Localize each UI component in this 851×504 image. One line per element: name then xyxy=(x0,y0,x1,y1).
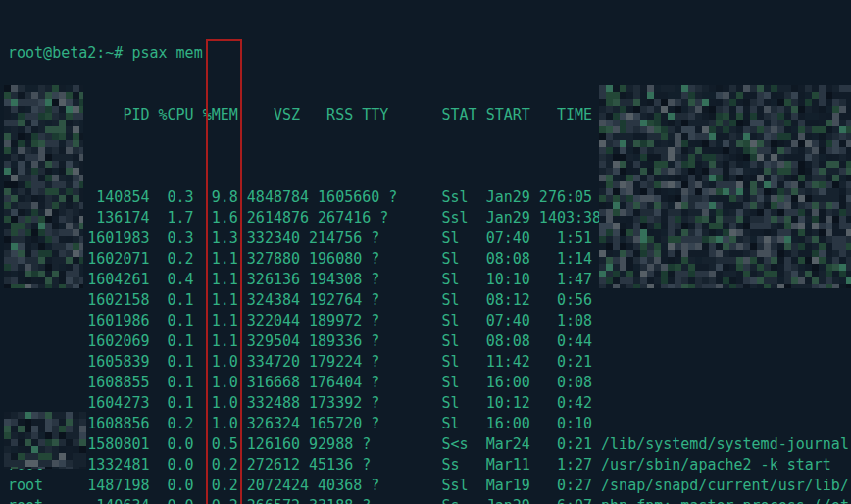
process-row: 1608855 0.1 1.0 316668 176404 ? Sl 16:00… xyxy=(8,373,849,393)
redaction-mosaic-users-top xyxy=(4,85,83,288)
redaction-mosaic-commands xyxy=(599,85,851,288)
redaction-mosaic-users-bottom xyxy=(4,412,86,469)
process-row: root 140634 0.0 0.2 266572 33188 ? Ss Ja… xyxy=(8,496,849,504)
process-row: 1602069 0.1 1.1 329504 189336 ? Sl 08:08… xyxy=(8,331,849,352)
prompt-line: root@beta2:~# psax mem xyxy=(8,43,849,64)
terminal-screen[interactable]: root@beta2:~# psax mem USER PID %CPU %ME… xyxy=(0,0,851,504)
process-row: 1604273 0.1 1.0 332488 173392 ? Sl 10:12… xyxy=(8,393,849,414)
terminal-window: { "terminal": { "prompt": "root@beta2:~#… xyxy=(0,0,851,504)
process-row: root 1580801 0.0 0.5 126160 92988 ? S<s … xyxy=(8,434,849,455)
process-row: 1608856 0.2 1.0 326324 165720 ? Sl 16:00… xyxy=(8,414,849,434)
process-row: 1602158 0.1 1.1 324384 192764 ? Sl 08:12… xyxy=(8,290,849,311)
process-row: root 1487198 0.0 0.2 2072424 40368 ? Ssl… xyxy=(8,476,849,496)
process-row: 1601986 0.1 1.1 322044 189972 ? Sl 07:40… xyxy=(8,311,849,331)
process-row: root 1332481 0.0 0.2 272612 45136 ? Ss M… xyxy=(8,455,849,476)
process-row: 1605839 0.1 1.0 334720 179224 ? Sl 11:42… xyxy=(8,352,849,373)
